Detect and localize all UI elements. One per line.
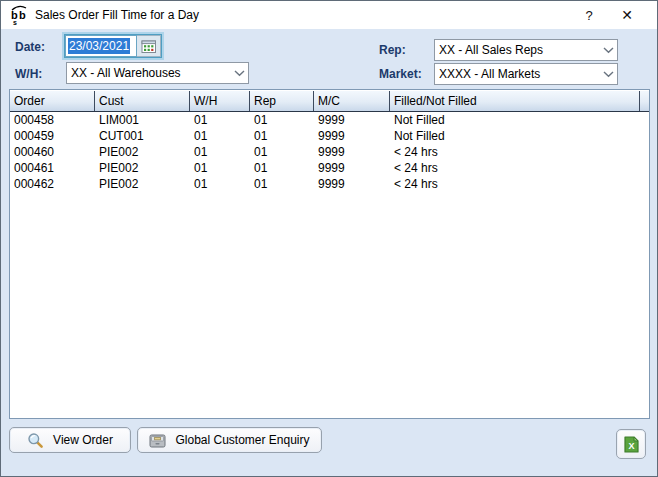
rep-select[interactable]: XX - All Sales Reps <box>434 39 618 61</box>
table-cell: 9999 <box>314 160 390 176</box>
table-cell: PIE002 <box>95 176 190 192</box>
table-cell: PIE002 <box>95 144 190 160</box>
chevron-down-icon <box>599 71 617 78</box>
table-cell: < 24 hrs <box>390 160 640 176</box>
table-cell: 9999 <box>314 128 390 144</box>
table-cell: 000458 <box>10 112 95 128</box>
column-header-filler <box>640 91 649 111</box>
global-customer-enquiry-button[interactable]: Global Customer Enquiry <box>137 427 322 453</box>
date-label: Date: <box>15 40 45 54</box>
table-cell: 9999 <box>314 112 390 128</box>
warehouse-select[interactable]: XX - All Warehouses <box>66 62 249 84</box>
table-row[interactable]: 000461PIE00201019999< 24 hrs <box>10 160 649 176</box>
export-to-excel-button[interactable]: X <box>616 429 646 459</box>
date-input[interactable]: 23/03/2021 <box>65 35 137 57</box>
titlebar: b b s Sales Order Fill Time for a Day ? … <box>1 1 657 29</box>
table-row[interactable]: 000460PIE00201019999< 24 hrs <box>10 144 649 160</box>
column-header[interactable]: Cust <box>95 91 190 111</box>
svg-text:s: s <box>13 19 17 26</box>
chevron-down-icon <box>599 47 617 54</box>
warehouse-selected-value: XX - All Warehouses <box>71 66 230 80</box>
table-cell: 000461 <box>10 160 95 176</box>
table-row[interactable]: 000458LIM00101019999Not Filled <box>10 112 649 128</box>
chevron-down-icon <box>230 70 248 77</box>
table-cell: Not Filled <box>390 112 640 128</box>
table-cell: 01 <box>250 160 314 176</box>
view-order-button[interactable]: View Order <box>9 427 131 453</box>
table-cell: 01 <box>250 176 314 192</box>
table-cell: 01 <box>190 176 250 192</box>
rep-label: Rep: <box>379 43 406 57</box>
drawer-icon <box>149 433 166 448</box>
svg-text:X: X <box>628 441 634 451</box>
table-cell: 01 <box>250 128 314 144</box>
help-button[interactable]: ? <box>569 1 609 29</box>
table-cell: < 24 hrs <box>390 176 640 192</box>
table-row[interactable]: 000459CUT00101019999Not Filled <box>10 128 649 144</box>
table-cell: 01 <box>190 128 250 144</box>
table-cell: 01 <box>250 112 314 128</box>
table-cell: 000462 <box>10 176 95 192</box>
window-title: Sales Order Fill Time for a Day <box>35 8 199 22</box>
market-selected-value: XXXX - All Markets <box>439 67 599 81</box>
table-cell: CUT001 <box>95 128 190 144</box>
app-logo-icon: b b s <box>8 4 30 26</box>
table-cell: < 24 hrs <box>390 144 640 160</box>
table-cell: Not Filled <box>390 128 640 144</box>
table-cell: LIM001 <box>95 112 190 128</box>
table-header: OrderCustW/HRepM/CFilled/Not Filled <box>10 90 649 112</box>
table-cell: PIE002 <box>95 160 190 176</box>
table-cell: 9999 <box>314 176 390 192</box>
close-icon[interactable]: ✕ <box>607 1 647 29</box>
table-body[interactable]: 000458LIM00101019999Not Filled000459CUT0… <box>10 112 649 418</box>
magnifier-icon <box>27 432 44 449</box>
table-cell: 01 <box>190 160 250 176</box>
calendar-icon[interactable] <box>137 35 161 57</box>
column-header[interactable]: Filled/Not Filled <box>390 91 640 111</box>
table-cell: 01 <box>190 144 250 160</box>
orders-table: OrderCustW/HRepM/CFilled/Not Filled 0004… <box>9 89 650 419</box>
market-select[interactable]: XXXX - All Markets <box>434 63 618 85</box>
market-label: Market: <box>379 67 422 81</box>
table-cell: 01 <box>250 144 314 160</box>
view-order-label: View Order <box>53 433 113 447</box>
date-value: 23/03/2021 <box>68 38 130 54</box>
column-header[interactable]: Order <box>10 91 95 111</box>
dialog-sales-order-fill-time: b b s Sales Order Fill Time for a Day ? … <box>0 0 658 477</box>
svg-text:b: b <box>19 9 26 21</box>
column-header[interactable]: W/H <box>190 91 250 111</box>
column-header[interactable]: Rep <box>250 91 314 111</box>
column-header[interactable]: M/C <box>314 91 390 111</box>
table-cell: 01 <box>190 112 250 128</box>
table-cell: 9999 <box>314 144 390 160</box>
table-row[interactable]: 000462PIE00201019999< 24 hrs <box>10 176 649 192</box>
global-customer-enquiry-label: Global Customer Enquiry <box>175 433 309 447</box>
date-control: 23/03/2021 <box>64 34 162 58</box>
table-cell: 000460 <box>10 144 95 160</box>
excel-icon: X <box>622 435 641 454</box>
rep-selected-value: XX - All Sales Reps <box>439 43 599 57</box>
warehouse-label: W/H: <box>15 67 42 81</box>
table-cell: 000459 <box>10 128 95 144</box>
